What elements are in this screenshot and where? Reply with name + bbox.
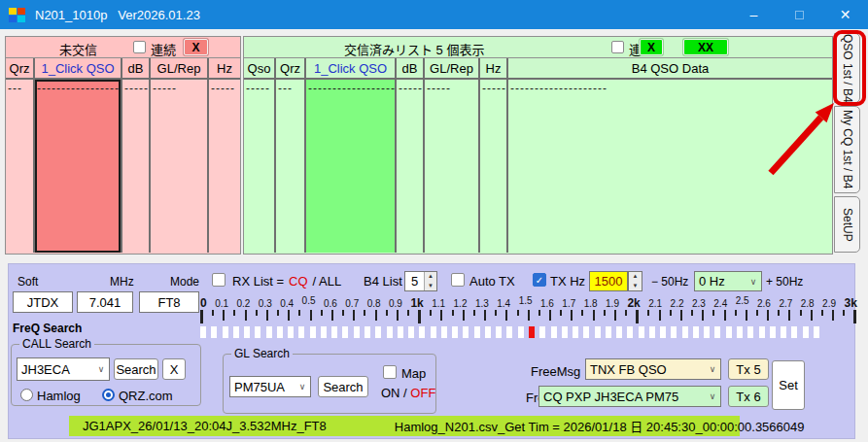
scale-label: 3k — [844, 298, 856, 309]
tab-qso-1st-b4[interactable]: QSO 1st / B4 — [834, 33, 860, 103]
chevron-down-icon: ∨ — [746, 277, 761, 287]
tick-mark — [517, 310, 519, 316]
comb-bar — [693, 326, 699, 338]
comb-bar — [518, 326, 524, 338]
b4-list-stepper[interactable]: 5 ▲ ▼ — [404, 271, 437, 291]
tx-hz-checkbox[interactable]: ✓ — [533, 273, 546, 287]
comb-bar — [781, 326, 786, 338]
minimize-icon: – — [750, 7, 758, 22]
gl-search-group: GL Search PM75UA ∨ Search Map ON / OFF — [223, 354, 436, 414]
freemsg2-dropdown[interactable]: CQ PXP JH3ECA PM75 ∨ — [538, 386, 721, 407]
hz-offset-value: 0 Hz — [699, 274, 725, 289]
tx-hz-value[interactable]: 1500 — [589, 271, 628, 291]
gl-search-button[interactable]: Search — [318, 376, 368, 397]
unworked-continuous-checkbox[interactable] — [133, 41, 146, 53]
list-row[interactable]: --- — [6, 80, 33, 95]
unworked-clear-button[interactable]: X — [184, 39, 208, 55]
comb-bar — [770, 326, 776, 338]
map-sep-text: / — [400, 386, 411, 400]
minimize-button[interactable]: – — [731, 0, 777, 29]
call-search-button[interactable]: Search — [114, 358, 158, 380]
hz-offset-dropdown[interactable]: 0 Hz ∨ — [694, 271, 762, 291]
list-row[interactable]: ----- — [209, 80, 240, 95]
comb-bar — [223, 326, 228, 338]
tx5-button[interactable]: Tx 5 — [728, 358, 769, 380]
tick-mark — [670, 310, 672, 316]
rx-list-checkbox[interactable] — [212, 273, 226, 287]
list-row[interactable]: -------------------- — [508, 80, 832, 95]
hamlog-label: Hamlog — [37, 389, 81, 403]
rx-list-cq: CQ — [289, 274, 308, 289]
gl-search-input[interactable]: PM75UA ∨ — [229, 376, 311, 397]
call-clear-button[interactable]: X — [162, 358, 186, 380]
list-row[interactable]: -------------------- — [35, 80, 121, 95]
b4-list-spin-buttons[interactable]: ▲ ▼ — [424, 272, 436, 290]
close-button[interactable]: ✕ — [822, 0, 868, 29]
list-row[interactable]: ----- — [425, 80, 478, 95]
scale-labels: 00.10.20.30.40.50.60.70.80.91k1.11.21.31… — [200, 295, 857, 309]
list-row[interactable]: -------------------- — [306, 80, 395, 95]
scale-label: 0.7 — [345, 298, 359, 309]
soft-value: JTDX — [13, 291, 73, 313]
tx-hz-stepper[interactable]: ▲ ▼ — [628, 271, 642, 291]
call-search-input[interactable]: JH3ECA ∨ — [17, 357, 110, 381]
column-gl-rep: GL/Rep----- — [151, 58, 209, 253]
tick-mark — [843, 310, 845, 316]
tick-mark — [832, 310, 834, 321]
comb-bar — [726, 326, 732, 338]
qrz-radio[interactable] — [102, 389, 115, 401]
comb-bar — [387, 326, 393, 338]
scale-label: 0.4 — [280, 298, 294, 309]
column-hz: Hz----- — [480, 58, 508, 253]
plus-50hz-label: + 50Hz — [766, 275, 803, 289]
comb-bar — [562, 326, 568, 338]
tx6-button[interactable]: Tx 6 — [728, 386, 769, 407]
scale-ticks — [200, 310, 857, 324]
tick-mark — [418, 310, 421, 323]
comb-bar — [660, 326, 666, 338]
auto-tx-label: Auto TX — [469, 274, 515, 289]
tab-setup[interactable]: SetUP — [834, 196, 860, 253]
column-1_click-qso: 1_Click QSO-------------------- — [306, 58, 397, 253]
comb-bar — [408, 326, 414, 338]
comb-bar — [759, 326, 765, 338]
comb-bar — [211, 326, 217, 338]
tick-mark — [256, 310, 258, 316]
tick-mark — [452, 310, 454, 316]
column-body: ----- — [397, 80, 423, 253]
list-row[interactable]: ----- — [122, 80, 149, 95]
list-row[interactable]: --- — [276, 80, 304, 95]
scale-label: 2.4 — [713, 298, 727, 309]
comb-bar — [375, 326, 381, 338]
comb-bar — [441, 326, 447, 338]
map-checkbox[interactable] — [383, 365, 397, 379]
tick-mark — [342, 310, 344, 316]
worked-table: Qso-----Qrz---1_Click QSO---------------… — [244, 58, 832, 253]
comb-bar — [431, 326, 436, 338]
frequency-scale: 00.10.20.30.40.50.60.70.80.91k1.11.21.31… — [200, 295, 857, 338]
comb-bar — [474, 326, 480, 338]
hamlog-radio[interactable] — [20, 389, 33, 401]
tick-mark — [212, 310, 214, 316]
auto-tx-checkbox[interactable] — [451, 273, 465, 287]
maximize-button[interactable] — [777, 0, 822, 29]
rx-list-all: / ALL — [313, 274, 342, 289]
list-row[interactable]: ----- — [151, 80, 207, 95]
check-icon: ✓ — [536, 275, 543, 286]
list-row[interactable]: ----- — [480, 80, 506, 95]
tick-mark — [331, 310, 333, 321]
freemsg1-dropdown[interactable]: TNX FB QSO ∨ — [585, 358, 721, 380]
comb-bar — [506, 326, 512, 338]
column-body: ----- — [480, 80, 506, 253]
worked-xx-button[interactable]: XX — [683, 39, 728, 55]
worked-x-button[interactable]: X — [640, 39, 663, 55]
freq-search-label: FreQ Search — [13, 322, 82, 335]
list-row[interactable]: ----- — [244, 80, 274, 95]
column-gl-rep: GL/Rep----- — [425, 58, 480, 253]
list-row[interactable]: ----- — [397, 80, 423, 95]
freemsg1-value: TNX FB QSO — [590, 362, 667, 377]
worked-continuous-checkbox[interactable] — [611, 41, 624, 53]
freemsg2-value: CQ PXP JH3ECA PM75 — [543, 390, 678, 404]
comb-bar — [200, 326, 206, 338]
set-button[interactable]: Set — [772, 360, 805, 410]
